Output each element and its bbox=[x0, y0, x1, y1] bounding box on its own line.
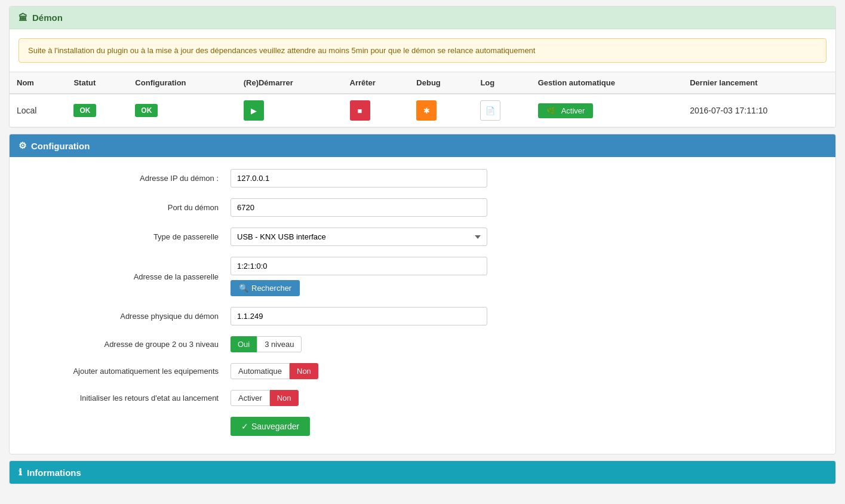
col-dernier: Dernier lancement bbox=[683, 72, 835, 94]
non2-button[interactable]: Non bbox=[270, 390, 299, 406]
col-redemarrer: (Re)Démarrer bbox=[236, 72, 343, 94]
cell-gestion[interactable]: Activer bbox=[531, 94, 683, 127]
cell-debug[interactable] bbox=[409, 94, 473, 127]
cell-statut: OK bbox=[66, 94, 128, 127]
col-configuration: Configuration bbox=[128, 72, 236, 94]
trois-niveau-button[interactable]: 3 niveau bbox=[257, 336, 302, 352]
rechercher-label: Rechercher bbox=[251, 284, 291, 293]
initialiser-group: Activer Non bbox=[231, 390, 299, 406]
col-nom: Nom bbox=[10, 72, 66, 94]
adresse-passerelle-group: 🔍 Rechercher bbox=[231, 257, 487, 296]
port-input[interactable] bbox=[231, 198, 487, 217]
arreter-button[interactable] bbox=[350, 100, 370, 121]
config-panel: Configuration Adresse IP du démon : Port… bbox=[9, 134, 836, 454]
non-label: Non bbox=[297, 367, 311, 376]
adresse-groupe-label: Adresse de groupe 2 ou 3 niveau bbox=[27, 340, 231, 349]
cell-config: OK bbox=[128, 94, 236, 127]
save-row: ✓ Sauvegarder bbox=[27, 417, 818, 436]
cell-dernier: 2016-07-03 17:11:10 bbox=[683, 94, 835, 127]
demon-header: Démon bbox=[10, 7, 835, 29]
port-row: Port du démon bbox=[27, 198, 818, 217]
trois-niveau-label: 3 niveau bbox=[265, 340, 294, 349]
building-icon bbox=[19, 13, 27, 23]
adresse-ip-row: Adresse IP du démon : bbox=[27, 169, 818, 188]
adresse-passerelle-label: Adresse de la passerelle bbox=[27, 272, 231, 281]
activer-white-label: Activer bbox=[238, 394, 262, 402]
automatique-button[interactable]: Automatique bbox=[231, 363, 290, 379]
adresse-physique-row: Adresse physique du démon bbox=[27, 307, 818, 325]
rechercher-button[interactable]: 🔍 Rechercher bbox=[231, 280, 300, 296]
automatique-label: Automatique bbox=[238, 367, 282, 376]
redemarrer-button[interactable] bbox=[244, 100, 264, 121]
ajouter-equip-label: Ajouter automatiquement les equipements bbox=[27, 367, 231, 376]
cell-log[interactable] bbox=[473, 94, 530, 127]
col-log: Log bbox=[473, 72, 530, 94]
port-label: Port du démon bbox=[27, 203, 231, 212]
adresse-passerelle-input[interactable] bbox=[231, 257, 487, 275]
adresse-groupe-group: Oui 3 niveau bbox=[231, 336, 302, 352]
doc-icon bbox=[486, 106, 495, 115]
initialiser-row: Initialiser les retours d'etat au lancem… bbox=[27, 390, 818, 406]
info-title: Informations bbox=[27, 468, 81, 478]
ajouter-equip-row: Ajouter automatiquement les equipements … bbox=[27, 363, 818, 379]
check-icon: ✓ bbox=[241, 422, 248, 431]
non2-label: Non bbox=[277, 394, 291, 402]
config-header: Configuration bbox=[10, 134, 835, 157]
cell-arreter[interactable] bbox=[343, 94, 410, 127]
alert-warning: Suite à l'installation du plugin ou à la… bbox=[19, 38, 826, 63]
gear-icon bbox=[19, 140, 26, 151]
config-badge: OK bbox=[135, 104, 158, 117]
adresse-physique-input[interactable] bbox=[231, 307, 487, 325]
activer-label: Activer bbox=[561, 106, 585, 115]
type-passerelle-select[interactable]: USB - KNX USB interface bbox=[231, 228, 487, 246]
type-passerelle-row: Type de passerelle USB - KNX USB interfa… bbox=[27, 228, 818, 246]
demon-title: Démon bbox=[32, 13, 63, 23]
initialiser-label: Initialiser les retours d'etat au lancem… bbox=[27, 394, 231, 402]
info-panel: ℹ Informations bbox=[9, 460, 836, 484]
non-button[interactable]: Non bbox=[290, 363, 318, 379]
leaf-icon bbox=[546, 106, 558, 115]
oui-label: Oui bbox=[238, 340, 250, 349]
oui-button[interactable]: Oui bbox=[231, 336, 257, 352]
cell-redemarrer[interactable] bbox=[236, 94, 343, 127]
table-header-row: Nom Statut Configuration (Re)Démarrer Ar… bbox=[10, 72, 835, 94]
statut-badge: OK bbox=[73, 104, 96, 117]
asterisk-icon bbox=[423, 106, 430, 115]
log-button[interactable] bbox=[480, 100, 500, 121]
stop-icon bbox=[358, 106, 362, 115]
debug-button[interactable] bbox=[416, 100, 437, 121]
col-debug: Debug bbox=[409, 72, 473, 94]
activer-button[interactable]: Activer bbox=[538, 103, 594, 118]
info-icon: ℹ bbox=[19, 467, 22, 478]
save-button[interactable]: ✓ Sauvegarder bbox=[231, 417, 310, 436]
adresse-groupe-row: Adresse de groupe 2 ou 3 niveau Oui 3 ni… bbox=[27, 336, 818, 352]
col-statut: Statut bbox=[66, 72, 128, 94]
cell-nom: Local bbox=[10, 94, 66, 127]
config-body: Adresse IP du démon : Port du démon Type… bbox=[10, 157, 835, 454]
col-arreter: Arrêter bbox=[343, 72, 410, 94]
dernier-lancement: 2016-07-03 17:11:10 bbox=[690, 106, 767, 115]
type-passerelle-label: Type de passerelle bbox=[27, 232, 231, 241]
demon-panel: Démon Suite à l'installation du plugin o… bbox=[9, 6, 836, 128]
adresse-ip-label: Adresse IP du démon : bbox=[27, 174, 231, 183]
table-row: Local OK OK bbox=[10, 94, 835, 127]
ajouter-equip-group: Automatique Non bbox=[231, 363, 318, 379]
save-label: Sauvegarder bbox=[251, 422, 299, 431]
demon-table: Nom Statut Configuration (Re)Démarrer Ar… bbox=[10, 72, 835, 127]
config-title: Configuration bbox=[31, 141, 90, 151]
adresse-ip-input[interactable] bbox=[231, 169, 487, 188]
activer-white-button[interactable]: Activer bbox=[231, 390, 270, 406]
info-header: ℹ Informations bbox=[10, 461, 835, 484]
adresse-passerelle-row: Adresse de la passerelle 🔍 Rechercher bbox=[27, 257, 818, 296]
col-gestion: Gestion automatique bbox=[531, 72, 683, 94]
search-icon: 🔍 bbox=[239, 284, 248, 293]
adresse-physique-label: Adresse physique du démon bbox=[27, 312, 231, 321]
alert-text: Suite à l'installation du plugin ou à la… bbox=[28, 46, 535, 55]
play-icon bbox=[251, 106, 257, 115]
